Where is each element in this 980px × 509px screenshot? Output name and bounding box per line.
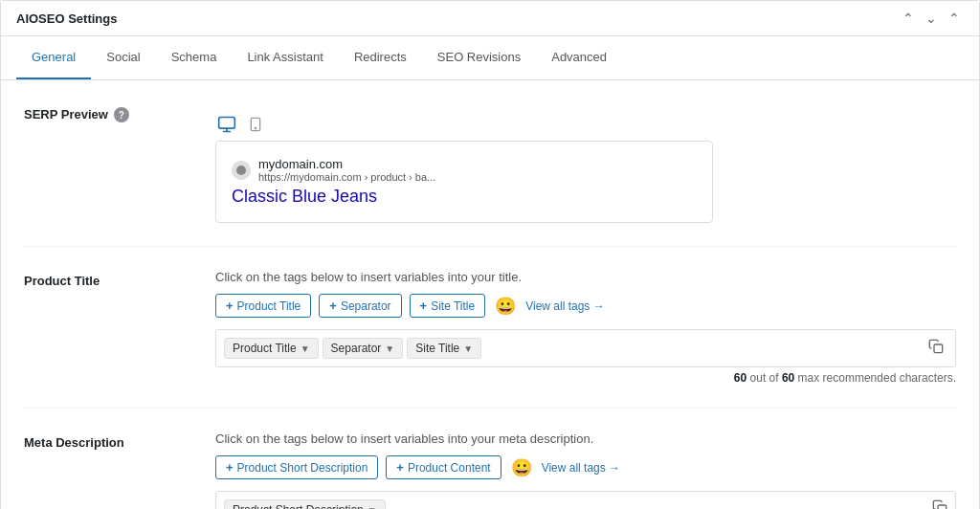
site-title-field-tag-arrow: ▼	[463, 343, 473, 354]
tab-link-assistant[interactable]: Link Assistant	[232, 36, 339, 79]
meta-description-copy-button[interactable]	[932, 499, 947, 509]
serp-title: Classic Blue Jeans	[232, 187, 697, 207]
tab-schema[interactable]: Schema	[156, 36, 233, 79]
tab-seo-revisions[interactable]: SEO Revisions	[422, 36, 536, 79]
meta-description-section: Meta Description Click on the tags below…	[24, 409, 956, 509]
meta-description-label: Meta Description	[24, 432, 215, 509]
site-title-tag-button[interactable]: + Site Title	[410, 294, 486, 318]
product-title-tags-row: + Product Title + Separator + Site Title…	[215, 294, 956, 318]
tab-redirects[interactable]: Redirects	[339, 36, 422, 79]
serp-domain-info: mydomain.com https://mydomain.com › prod…	[258, 157, 435, 183]
meta-emoji-picker-button[interactable]: 😀	[509, 457, 534, 478]
meta-description-hint: Click on the tags below to insert variab…	[215, 432, 956, 446]
desktop-device-button[interactable]	[215, 113, 238, 141]
product-title-tag-button[interactable]: + Product Title	[215, 294, 311, 318]
product-title-hint: Click on the tags below to insert variab…	[215, 270, 956, 284]
svg-point-3	[236, 166, 246, 175]
product-title-content: Click on the tags below to insert variab…	[215, 270, 956, 385]
panel-controls: ⌃ ⌄ ⌃	[899, 9, 964, 28]
svg-rect-4	[934, 344, 943, 353]
tab-social[interactable]: Social	[91, 36, 155, 79]
panel-collapse-up-button[interactable]: ⌃	[899, 9, 918, 28]
product-title-field-row: Product Title ▼ Separator ▼ Site Title ▼	[215, 329, 956, 367]
panel-collapse-down-button[interactable]: ⌄	[922, 9, 941, 28]
mobile-device-button[interactable]	[246, 113, 265, 141]
serp-domain: mydomain.com	[258, 157, 435, 171]
aioseo-panel: AIOSEO Settings ⌃ ⌄ ⌃ General Social Sch…	[0, 0, 980, 509]
serp-preview-content: mydomain.com https://mydomain.com › prod…	[215, 103, 956, 223]
tabs-bar: General Social Schema Link Assistant Red…	[1, 36, 979, 80]
meta-description-field-area[interactable]: Product Short Description ▼	[215, 491, 956, 509]
serp-preview-label: SERP Preview ?	[24, 103, 215, 223]
separator-field-tag-arrow: ▼	[385, 343, 394, 354]
serp-preview-box: mydomain.com https://mydomain.com › prod…	[215, 141, 713, 223]
site-title-field-tag[interactable]: Site Title ▼	[407, 338, 481, 359]
svg-point-2	[255, 127, 256, 128]
product-title-section: Product Title Click on the tags below to…	[24, 247, 956, 409]
tab-advanced[interactable]: Advanced	[536, 36, 622, 79]
product-title-field-tag[interactable]: Product Title ▼	[224, 338, 319, 359]
tab-general[interactable]: General	[16, 36, 91, 79]
serp-domain-row: mydomain.com https://mydomain.com › prod…	[232, 157, 697, 183]
product-title-label: Product Title	[24, 270, 215, 385]
meta-view-all-tags-link[interactable]: View all tags →	[542, 461, 620, 475]
separator-field-tag[interactable]: Separator ▼	[323, 338, 404, 359]
product-title-field-tag-arrow: ▼	[301, 343, 310, 354]
product-content-tag-button[interactable]: + Product Content	[386, 455, 501, 479]
panel-title: AIOSEO Settings	[16, 11, 117, 26]
view-all-tags-link[interactable]: View all tags →	[525, 299, 604, 313]
meta-description-tags-row: + Product Short Description + Product Co…	[215, 455, 956, 479]
emoji-picker-button[interactable]: 😀	[493, 296, 518, 317]
svg-rect-0	[219, 118, 235, 129]
meta-field-tag-arrow: ▼	[368, 505, 377, 510]
svg-rect-5	[938, 505, 947, 509]
serp-url: https://mydomain.com › product › ba...	[258, 171, 435, 183]
meta-description-content: Click on the tags below to insert variab…	[215, 432, 956, 509]
separator-tag-button[interactable]: + Separator	[319, 294, 401, 318]
product-title-copy-button[interactable]	[924, 337, 947, 360]
product-short-desc-tag-button[interactable]: + Product Short Description	[215, 455, 378, 479]
panel-header: AIOSEO Settings ⌃ ⌄ ⌃	[1, 1, 979, 36]
serp-preview-help-icon[interactable]: ?	[114, 107, 129, 122]
meta-product-short-desc-field-tag[interactable]: Product Short Description ▼	[224, 499, 386, 509]
device-icons	[215, 113, 956, 141]
panel-expand-button[interactable]: ⌃	[945, 9, 964, 28]
panel-body: SERP Preview ?	[1, 80, 979, 509]
serp-favicon	[232, 161, 251, 180]
serp-preview-section: SERP Preview ?	[24, 80, 956, 247]
product-title-char-count: 60 out of 60 max recommended characters.	[215, 371, 956, 385]
